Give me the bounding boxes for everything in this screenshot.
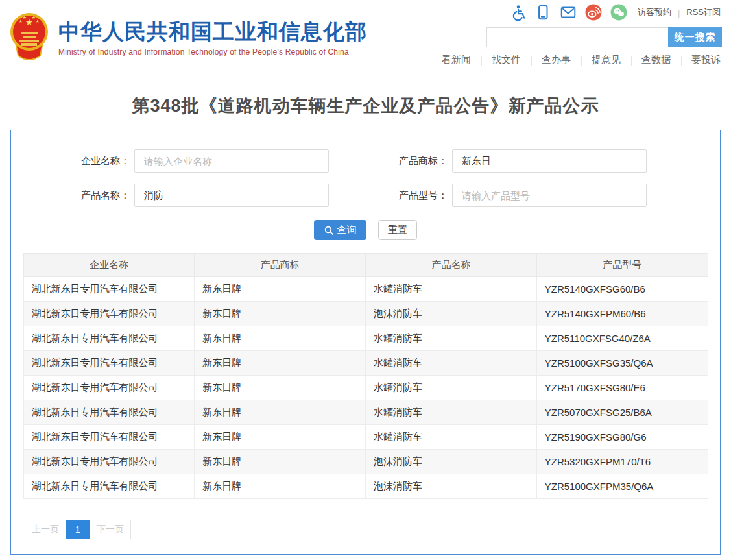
form-buttons: 查询 重置: [11, 220, 720, 240]
national-emblem-icon[interactable]: ★ ★ ★ ★ ★: [9, 10, 49, 64]
svg-text:★: ★: [36, 19, 40, 23]
visitor-appointment-link[interactable]: 访客预约: [638, 6, 671, 18]
cell-brand: 新东日牌: [195, 326, 366, 351]
utility-bar: 访客预约 | RSS订阅: [501, 3, 721, 21]
table-row: 湖北新东日专用汽车有限公司 新东日牌 水罐消防车 YZR5070GXFSG25/…: [23, 400, 708, 425]
cell-product: 水罐消防车: [366, 277, 537, 302]
table-row: 湖北新东日专用汽车有限公司 新东日牌 水罐消防车 YZR5110GXFSG40/…: [23, 326, 708, 351]
nav-item-news[interactable]: 看新闻: [431, 54, 481, 66]
table-row: 湖北新东日专用汽车有限公司 新东日牌 泡沫消防车 YZR5100GXFPM35/…: [23, 474, 708, 499]
table-row: 湖北新东日专用汽车有限公司 新东日牌 水罐消防车 YZR5100GXFSG35/…: [23, 351, 708, 376]
table-row: 湖北新东日专用汽车有限公司 新东日牌 水罐消防车 YZR5190GXFSG80/…: [23, 425, 708, 450]
cell-model: YZR5190GXFSG80/G6: [536, 425, 708, 450]
pagination: 上一页 1 下一页: [25, 520, 720, 539]
cell-model: YZR5140GXFPM60/B6: [536, 302, 708, 326]
enterprise-name-input[interactable]: [134, 149, 329, 173]
cell-enterprise: 湖北新东日专用汽车有限公司: [23, 400, 195, 425]
cell-product: 水罐消防车: [366, 351, 537, 376]
cell-model: YZR5100GXFPM35/Q6A: [536, 474, 708, 499]
cell-product: 泡沫消防车: [366, 302, 537, 326]
product-model-label: 产品型号：: [348, 189, 452, 202]
cell-model: YZR5100GXFSG35/Q6A: [536, 351, 708, 376]
results-table-wrap: 企业名称 产品商标 产品名称 产品型号 湖北新东日专用汽车有限公司 新东日牌 水…: [23, 253, 708, 499]
utility-separator: |: [678, 8, 680, 18]
query-button-label: 查询: [337, 224, 357, 236]
query-button[interactable]: 查询: [314, 220, 366, 240]
cell-enterprise: 湖北新东日专用汽车有限公司: [23, 474, 195, 499]
cell-brand: 新东日牌: [195, 450, 366, 474]
results-table: 企业名称 产品商标 产品名称 产品型号 湖北新东日专用汽车有限公司 新东日牌 水…: [23, 253, 708, 499]
nav-item-documents[interactable]: 找文件: [481, 54, 531, 66]
utility-links: 访客预约 | RSS订阅: [638, 6, 721, 18]
cell-product: 水罐消防车: [366, 376, 537, 400]
mobile-icon[interactable]: [534, 4, 551, 21]
site-title[interactable]: 中华人民共和国工业和信息化部: [58, 20, 367, 43]
cell-model: YZR5320GXFPM170/T6: [536, 450, 708, 474]
cell-product: 泡沫消防车: [366, 450, 537, 474]
content-panel: 企业名称： 产品商标： 产品名称： 产品型号：: [10, 130, 721, 555]
nav-item-feedback[interactable]: 提意见: [581, 54, 631, 66]
enterprise-name-field-group: 企业名称：: [30, 149, 329, 173]
reset-button[interactable]: 重置: [378, 220, 417, 240]
unified-search-bar: 统一搜索: [486, 27, 722, 47]
table-row: 湖北新东日专用汽车有限公司 新东日牌 泡沫消防车 YZR5320GXFPM170…: [23, 450, 708, 474]
wechat-icon[interactable]: [610, 4, 627, 21]
cell-enterprise: 湖北新东日专用汽车有限公司: [23, 450, 195, 474]
cell-brand: 新东日牌: [195, 277, 366, 302]
cell-model: YZR5170GXFSG80/E6: [536, 376, 708, 400]
rss-subscribe-link[interactable]: RSS订阅: [686, 6, 721, 18]
prev-page-button[interactable]: 上一页: [25, 520, 66, 539]
cell-model: YZR5140GXFSG60/B6: [536, 277, 708, 302]
accessibility-icon[interactable]: [509, 4, 526, 21]
cell-model: YZR5070GXFSG25/B6A: [536, 400, 708, 425]
cell-brand: 新东日牌: [195, 425, 366, 450]
current-page-button[interactable]: 1: [66, 520, 90, 539]
nav-item-complaints[interactable]: 要投诉: [681, 54, 726, 66]
site-header: ★ ★ ★ ★ ★ 中华人民共和国工业和信息化部 Ministry of Ind…: [0, 0, 731, 67]
cell-product: 水罐消防车: [366, 425, 537, 450]
search-icon: [324, 226, 333, 235]
table-header-row: 企业名称 产品商标 产品名称 产品型号: [23, 254, 708, 277]
product-model-field-group: 产品型号：: [348, 184, 647, 207]
cell-brand: 新东日牌: [195, 474, 366, 499]
form-row-2: 产品名称： 产品型号：: [11, 184, 720, 207]
col-header-enterprise-name: 企业名称: [23, 254, 195, 277]
cell-product: 水罐消防车: [366, 326, 537, 351]
form-row-1: 企业名称： 产品商标：: [11, 149, 720, 173]
cell-product: 水罐消防车: [366, 400, 537, 425]
site-title-block: 中华人民共和国工业和信息化部 Ministry of Industry and …: [58, 20, 367, 56]
mail-icon[interactable]: [560, 4, 577, 21]
unified-search-input[interactable]: [486, 27, 668, 47]
product-name-input[interactable]: [134, 184, 329, 207]
cell-brand: 新东日牌: [195, 351, 366, 376]
table-row: 湖北新东日专用汽车有限公司 新东日牌 水罐消防车 YZR5140GXFSG60/…: [23, 277, 708, 302]
svg-text:★: ★: [19, 19, 23, 23]
product-model-input[interactable]: [452, 184, 647, 207]
cell-enterprise: 湖北新东日专用汽车有限公司: [23, 326, 195, 351]
table-row: 湖北新东日专用汽车有限公司 新东日牌 水罐消防车 YZR5170GXFSG80/…: [23, 376, 708, 400]
nav-item-services[interactable]: 查办事: [531, 54, 581, 66]
weibo-icon[interactable]: [585, 4, 602, 21]
cell-enterprise: 湖北新东日专用汽车有限公司: [23, 376, 195, 400]
cell-enterprise: 湖北新东日专用汽车有限公司: [23, 277, 195, 302]
product-brand-input[interactable]: [452, 149, 647, 173]
cell-enterprise: 湖北新东日专用汽车有限公司: [23, 351, 195, 376]
col-header-product-model: 产品型号: [536, 254, 708, 277]
col-header-product-name: 产品名称: [366, 254, 537, 277]
product-brand-field-group: 产品商标：: [348, 149, 647, 173]
cell-product: 泡沫消防车: [366, 474, 537, 499]
cell-brand: 新东日牌: [195, 376, 366, 400]
next-page-button[interactable]: 下一页: [90, 520, 131, 539]
cell-enterprise: 湖北新东日专用汽车有限公司: [23, 425, 195, 450]
col-header-product-brand: 产品商标: [195, 254, 366, 277]
product-brand-label: 产品商标：: [348, 155, 452, 167]
table-row: 湖北新东日专用汽车有限公司 新东日牌 泡沫消防车 YZR5140GXFPM60/…: [23, 302, 708, 326]
cell-brand: 新东日牌: [195, 302, 366, 326]
product-name-label: 产品名称：: [30, 189, 134, 202]
cell-enterprise: 湖北新东日专用汽车有限公司: [23, 302, 195, 326]
nav-item-data[interactable]: 查数据: [631, 54, 681, 66]
product-name-field-group: 产品名称：: [30, 184, 329, 207]
unified-search-button[interactable]: 统一搜索: [668, 27, 722, 47]
site-subtitle: Ministry of Industry and Information Tec…: [58, 47, 367, 56]
svg-text:★: ★: [23, 15, 27, 19]
